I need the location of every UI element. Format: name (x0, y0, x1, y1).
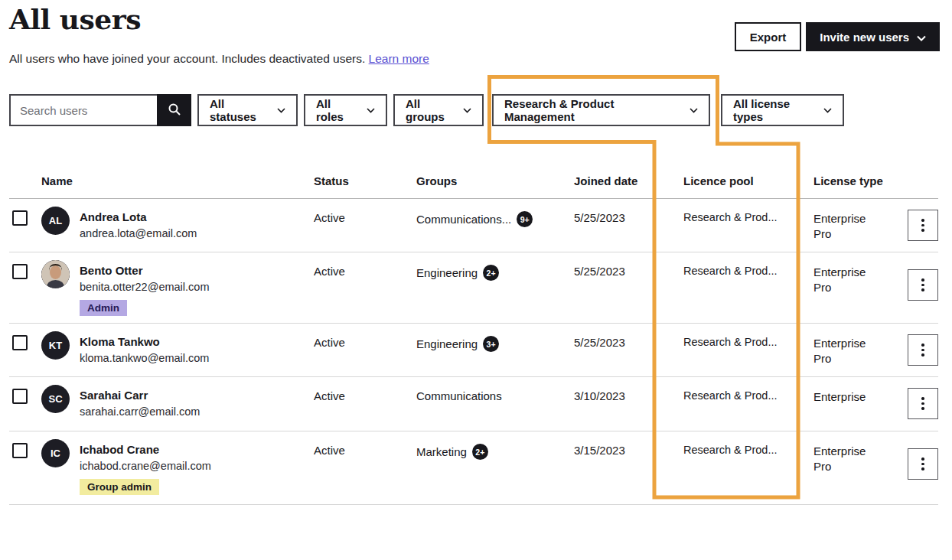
avatar: AL (41, 207, 70, 235)
row-actions-button[interactable] (908, 210, 938, 241)
user-name: Sarahai Carr (80, 388, 302, 403)
chevron-down-icon (367, 108, 375, 113)
row-checkbox[interactable] (12, 210, 28, 226)
user-cell: Ichabod Crane ichabod.crane@email.com Gr… (80, 442, 302, 495)
search-input[interactable] (9, 94, 157, 126)
row-actions-button[interactable] (908, 448, 938, 480)
groups-cell: Engineering 3+ (416, 336, 499, 352)
status-value: Active (314, 389, 345, 402)
licence-pool-value: Research & Prod... (683, 389, 778, 402)
joined-date-value: 5/25/2023 (574, 336, 625, 349)
column-header-status: Status (314, 174, 349, 187)
licence-pool-value: Research & Prod... (683, 211, 778, 223)
licence-pool-value: Research & Prod... (683, 265, 778, 277)
joined-date-value: 5/25/2023 (574, 265, 625, 278)
chevron-down-icon (823, 108, 832, 113)
filter-licence-pool-label: Research & Product Management (504, 97, 680, 123)
header-actions: Export Invite new users (735, 22, 940, 51)
license-type-value: Enterprise Pro (813, 444, 879, 474)
licence-pool-value: Research & Prod... (683, 444, 778, 456)
user-email: ichabod.crane@email.com (80, 458, 302, 474)
row-actions-button[interactable] (908, 334, 938, 366)
subtitle-text: All users who have joined your account. … (9, 52, 365, 65)
license-type-value: Enterprise Pro (813, 336, 879, 366)
row-checkbox[interactable] (12, 389, 28, 404)
user-name: Bento Otter (80, 263, 302, 278)
row-checkbox[interactable] (12, 335, 28, 350)
user-name: Kloma Tankwo (80, 334, 302, 350)
row-actions-button[interactable] (908, 388, 938, 419)
joined-date-value: 3/15/2023 (574, 444, 625, 457)
table-row: Bento Otter benita.otter22@email.com Adm… (9, 252, 938, 324)
status-value: Active (314, 336, 345, 349)
group-count-badge[interactable]: 3+ (483, 336, 499, 352)
groups-cell: Marketing 2+ (416, 444, 488, 460)
invite-new-users-label: Invite new users (820, 31, 909, 44)
filter-all-roles[interactable]: All roles (304, 94, 387, 126)
filter-all-license-types-label: All license types (733, 97, 814, 123)
user-cell: Andrea Lota andrea.lota@email.com (80, 210, 302, 241)
users-table: Name Status Groups Joined date Licence p… (9, 170, 938, 505)
page-title: All users (9, 3, 141, 35)
page-subtitle: All users who have joined your account. … (9, 52, 429, 66)
group-count-badge[interactable]: 9+ (517, 211, 533, 227)
row-actions-button[interactable] (908, 269, 938, 301)
chevron-down-icon (690, 108, 698, 113)
filter-all-license-types[interactable]: All license types (721, 94, 844, 126)
groups-cell: Engineering 2+ (416, 265, 499, 281)
user-name: Ichabod Crane (80, 442, 302, 457)
filter-all-groups[interactable]: All groups (393, 94, 484, 126)
column-header-license-type: License type (813, 174, 883, 187)
groups-cell: Communications... 9+ (416, 211, 533, 227)
search-group (9, 94, 191, 126)
user-photo (41, 260, 70, 288)
user-cell: Bento Otter benita.otter22@email.com Adm… (80, 263, 302, 316)
group-count-badge[interactable]: 2+ (472, 444, 488, 460)
all-users-page: All users All users who have joined your… (0, 0, 952, 560)
license-type-value: Enterprise Pro (813, 265, 879, 295)
column-header-joined-date: Joined date (574, 174, 637, 187)
group-name: Engineering (416, 266, 478, 279)
group-name: Communications... (416, 213, 511, 226)
avatar: KT (41, 331, 70, 360)
filter-all-roles-label: All roles (316, 97, 357, 123)
filter-bar: All statuses All roles All groups Resear… (9, 94, 844, 126)
license-type-value: Enterprise (813, 389, 879, 405)
status-value: Active (314, 265, 345, 278)
row-checkbox[interactable] (12, 443, 28, 458)
filter-all-statuses[interactable]: All statuses (197, 94, 298, 126)
group-name: Marketing (416, 445, 467, 458)
avatar-photo (41, 260, 70, 288)
avatar: IC (41, 439, 70, 467)
row-checkbox[interactable] (12, 264, 28, 279)
user-name: Andrea Lota (80, 210, 302, 225)
chevron-down-icon (463, 108, 471, 113)
table-row: SC Sarahai Carr sarahai.carr@email.com A… (9, 377, 938, 431)
avatar: SC (41, 385, 70, 413)
status-value: Active (314, 444, 345, 457)
filter-all-statuses-label: All statuses (210, 97, 268, 123)
table-row: AL Andrea Lota andrea.lota@email.com Act… (9, 199, 938, 252)
column-header-groups: Groups (416, 174, 457, 187)
user-email: andrea.lota@email.com (80, 226, 302, 241)
chevron-down-icon (917, 31, 926, 44)
status-value: Active (314, 211, 345, 224)
joined-date-value: 5/25/2023 (574, 211, 625, 224)
filter-licence-pool[interactable]: Research & Product Management (492, 94, 710, 126)
table-row: IC Ichabod Crane ichabod.crane@email.com… (9, 431, 938, 505)
export-button[interactable]: Export (735, 22, 802, 51)
learn-more-link[interactable]: Learn more (369, 52, 429, 65)
user-email: sarahai.carr@email.com (80, 404, 302, 419)
column-header-name: Name (41, 174, 73, 187)
table-row: KT Kloma Tankwo kloma.tankwo@email.com A… (9, 324, 938, 377)
group-admin-badge: Group admin (80, 479, 159, 495)
group-count-badge[interactable]: 2+ (483, 265, 499, 281)
search-button[interactable] (157, 94, 191, 126)
admin-badge: Admin (80, 300, 127, 316)
user-cell: Kloma Tankwo kloma.tankwo@email.com (80, 334, 302, 366)
invite-new-users-button[interactable]: Invite new users (806, 22, 940, 51)
group-name: Communications (416, 389, 502, 402)
table-header: Name Status Groups Joined date Licence p… (9, 170, 938, 199)
search-icon (168, 103, 181, 119)
groups-cell: Communications (416, 389, 502, 402)
